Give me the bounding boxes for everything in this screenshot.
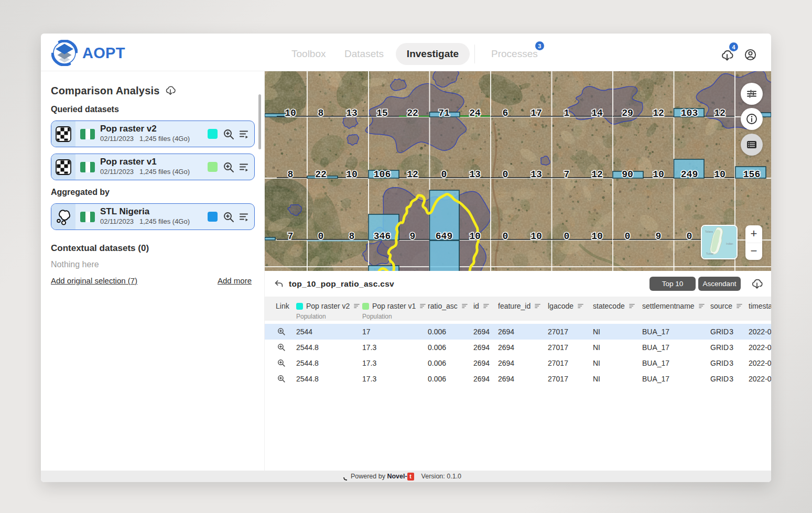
svg-text:346: 346 — [374, 231, 391, 242]
svg-text:10: 10 — [285, 108, 296, 118]
svg-text:10: 10 — [591, 231, 603, 242]
svg-text:22: 22 — [315, 169, 327, 180]
svg-text:12: 12 — [407, 169, 418, 180]
svg-text:10: 10 — [469, 231, 481, 242]
svg-text:8: 8 — [288, 169, 294, 180]
svg-text:8: 8 — [318, 108, 324, 118]
svg-text:7: 7 — [288, 231, 294, 242]
svg-text:0: 0 — [687, 231, 692, 242]
svg-text:249: 249 — [681, 169, 698, 180]
svg-text:Toliara: Toliara — [705, 230, 713, 233]
svg-text:17: 17 — [530, 108, 542, 118]
svg-text:103: 103 — [681, 108, 698, 118]
svg-text:10: 10 — [714, 169, 726, 180]
svg-text:29: 29 — [622, 108, 633, 118]
svg-text:90: 90 — [622, 169, 633, 180]
svg-text:8: 8 — [349, 231, 355, 242]
svg-text:Tulear: Tulear — [706, 252, 713, 255]
svg-text:0: 0 — [564, 231, 570, 242]
svg-text:7: 7 — [564, 169, 570, 180]
svg-text:0: 0 — [318, 231, 324, 242]
svg-text:12: 12 — [653, 108, 664, 118]
svg-text:0: 0 — [625, 231, 631, 242]
svg-text:12: 12 — [591, 169, 603, 180]
svg-text:6: 6 — [503, 108, 508, 118]
svg-text:10: 10 — [653, 169, 664, 180]
svg-text:9: 9 — [410, 231, 416, 242]
svg-text:13: 13 — [469, 169, 481, 180]
svg-text:9: 9 — [656, 231, 662, 242]
svg-text:10: 10 — [346, 169, 358, 180]
svg-text:Indian: Indian — [726, 242, 733, 245]
svg-text:0: 0 — [503, 169, 508, 180]
svg-text:14: 14 — [591, 108, 603, 118]
svg-text:13: 13 — [530, 169, 542, 180]
svg-text:156: 156 — [743, 169, 760, 180]
svg-text:13: 13 — [346, 108, 358, 118]
svg-text:12: 12 — [714, 108, 726, 118]
svg-text:24: 24 — [469, 108, 481, 118]
svg-text:0: 0 — [441, 169, 447, 180]
svg-text:1: 1 — [564, 108, 570, 118]
svg-text:22: 22 — [407, 108, 418, 118]
svg-text:10: 10 — [530, 231, 542, 242]
svg-text:71: 71 — [438, 108, 450, 118]
svg-text:106: 106 — [374, 169, 391, 180]
svg-text:15: 15 — [376, 108, 388, 118]
svg-text:649: 649 — [436, 231, 452, 242]
svg-text:0: 0 — [503, 231, 508, 242]
